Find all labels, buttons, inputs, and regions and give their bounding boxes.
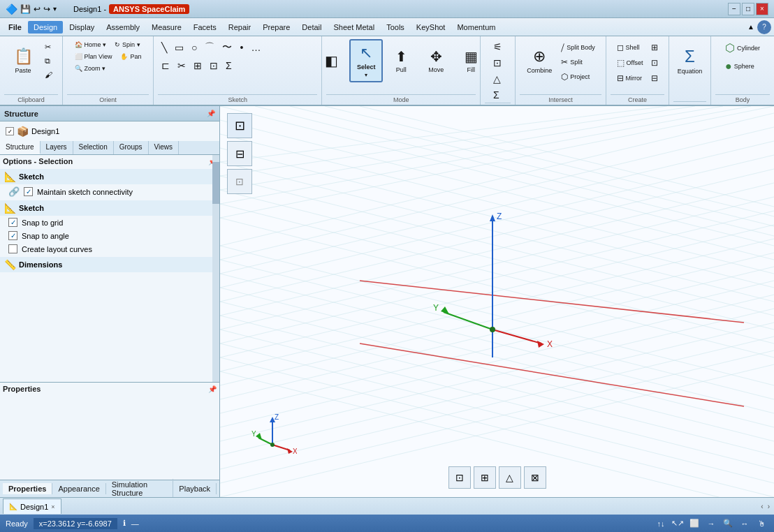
spin-button[interactable]: ↻ Spin ▾ <box>111 39 144 50</box>
view-cube-btn[interactable]: ⊡ <box>227 113 252 138</box>
cylinder-button[interactable]: ⬡ Cylinder <box>722 39 764 57</box>
sketch-group-1-header[interactable]: 📐 Sketch <box>0 169 219 184</box>
sketch-mirror2[interactable]: ⊞ <box>190 58 205 73</box>
menu-momentum[interactable]: Momentum <box>451 21 501 34</box>
cut-button[interactable]: ✂ <box>41 40 56 54</box>
tab-selection[interactable]: Selection <box>73 141 114 154</box>
ribbon-collapse[interactable]: ▲ <box>747 23 754 31</box>
status-icon-arrows[interactable]: ↑↓ <box>654 517 668 531</box>
menu-file[interactable]: File <box>3 21 27 34</box>
view-cube-button[interactable]: ⊡ <box>448 466 471 489</box>
menu-keyshot[interactable]: KeyShot <box>411 21 451 34</box>
sketch-spline[interactable]: 〜 <box>219 39 235 56</box>
status-info-icon[interactable]: ℹ <box>123 519 126 528</box>
equation-button[interactable]: Σ Equation <box>673 39 707 82</box>
scrollbar-thumb[interactable] <box>212 162 219 204</box>
status-icon-mouse[interactable]: 🖱 <box>754 517 768 531</box>
tab-arrow-left[interactable]: ‹ <box>759 501 764 512</box>
mode-icon-button[interactable]: ◧ <box>314 39 348 82</box>
project-button[interactable]: ⬡ Project <box>557 70 599 84</box>
paste-button[interactable]: 📋 Paste <box>6 39 40 82</box>
quick-access-redo[interactable]: ↪ <box>43 4 50 14</box>
menu-tools[interactable]: Tools <box>381 21 410 34</box>
zoom-button[interactable]: 🔍 Zoom ▾ <box>71 63 110 74</box>
maximize-button[interactable]: □ <box>742 3 754 15</box>
menu-measure[interactable]: Measure <box>146 21 187 34</box>
split-body-button[interactable]: ⧸ Split Body <box>557 40 599 54</box>
view-box-button[interactable]: ⊞ <box>474 466 496 489</box>
edit-btn3[interactable]: △ <box>490 71 504 87</box>
panel-tab-playback[interactable]: Playback <box>173 483 217 494</box>
view-btn3[interactable]: ⊡ <box>227 169 252 194</box>
menu-sheet-metal[interactable]: Sheet Metal <box>328 21 380 34</box>
sketch-offset[interactable]: ⊏ <box>158 58 173 73</box>
edit-sigma[interactable]: Σ <box>490 87 503 103</box>
view-tri-button[interactable]: △ <box>499 466 521 489</box>
sketch-more[interactable]: … <box>247 39 264 56</box>
shell-button[interactable]: ◻ Shell <box>613 40 647 54</box>
status-icon-pan[interactable]: ↔ <box>738 517 752 531</box>
select-button[interactable]: ↖ Select ▾ <box>349 39 383 82</box>
left-panel-scrollbar[interactable] <box>212 155 219 382</box>
menu-design[interactable]: Design <box>28 21 63 34</box>
split-button[interactable]: ✂ Split <box>557 55 599 69</box>
sketch-point[interactable]: • <box>236 39 247 56</box>
combine-button[interactable]: ⊕ Combine <box>523 39 556 82</box>
offset-button[interactable]: ⬚ Offset <box>613 56 647 70</box>
sphere-button[interactable]: ● Sphere <box>722 58 758 75</box>
quick-access-undo[interactable]: ↩ <box>34 4 41 14</box>
dimensions-group-header[interactable]: 📏 Dimensions <box>0 257 219 272</box>
pull-button[interactable]: ⬆ Pull <box>384 39 418 82</box>
menu-assembly[interactable]: Assembly <box>101 21 145 34</box>
quick-access-more[interactable]: ▾ <box>53 5 57 13</box>
status-icon-select[interactable]: ⬜ <box>687 517 701 531</box>
snap-grid-checkbox[interactable] <box>8 218 17 227</box>
properties-pin[interactable]: 📌 <box>208 385 217 393</box>
snap-angle-checkbox[interactable] <box>8 231 17 240</box>
home-button[interactable]: 🏠 Home ▾ <box>71 39 110 50</box>
view-grid-button[interactable]: ⊠ <box>524 466 546 489</box>
quick-access-save[interactable]: 💾 <box>20 4 31 14</box>
view-btn2[interactable]: ⊟ <box>227 141 252 166</box>
tree-design1[interactable]: ✓ 📦 Design1 <box>3 124 217 138</box>
sketch-sigma[interactable]: Σ <box>222 58 235 73</box>
minimize-button[interactable]: − <box>728 3 740 15</box>
status-icon-nav[interactable]: → <box>704 517 718 531</box>
sketch-trim[interactable]: ✂ <box>174 58 189 73</box>
tab-structure[interactable]: Structure <box>0 141 41 154</box>
panel-tab-properties[interactable]: Properties <box>3 483 52 494</box>
create-btn5[interactable]: ⊡ <box>648 56 662 70</box>
copy-button[interactable]: ⧉ <box>41 54 56 68</box>
menu-display[interactable]: Display <box>64 21 100 34</box>
sketch-line[interactable]: ╲ <box>158 39 170 56</box>
sketch-arc[interactable]: ⌒ <box>201 39 218 56</box>
move-button[interactable]: ✥ Move <box>419 39 453 82</box>
menu-detail[interactable]: Detail <box>296 21 327 34</box>
sketch-group-2-header[interactable]: 📐 Sketch <box>0 200 219 216</box>
status-icon-cursor[interactable]: ↖↗ <box>671 517 685 531</box>
edit-btn1[interactable]: ⚟ <box>490 39 506 54</box>
panel-tab-simulation[interactable]: Simulation Structure <box>106 479 174 497</box>
tab-groups[interactable]: Groups <box>114 141 149 154</box>
sketch-pattern[interactable]: ⊡ <box>206 58 221 73</box>
design1-tab-close[interactable]: × <box>51 503 54 510</box>
maintain-sketch-checkbox[interactable] <box>24 187 33 196</box>
pan-button[interactable]: ✋ Pan <box>117 51 145 62</box>
create-btn4[interactable]: ⊞ <box>648 40 662 54</box>
panel-tab-appearance[interactable]: Appearance <box>52 483 105 494</box>
help-button[interactable]: ? <box>757 20 771 34</box>
menu-repair[interactable]: Repair <box>223 21 256 34</box>
tab-views[interactable]: Views <box>149 141 180 154</box>
status-icon-zoom[interactable]: 🔍 <box>721 517 735 531</box>
sketch-rect[interactable]: ▭ <box>171 39 187 56</box>
mirror-button[interactable]: ⊟ Mirror <box>613 71 647 85</box>
tab-arrow-right[interactable]: › <box>766 501 771 512</box>
structure-pin[interactable]: 📌 <box>207 110 215 117</box>
menu-facets[interactable]: Facets <box>188 21 222 34</box>
create-btn6[interactable]: ⊟ <box>648 71 662 85</box>
menu-prepare[interactable]: Prepare <box>257 21 295 34</box>
sketch-circle[interactable]: ○ <box>188 39 200 56</box>
plan-view-button[interactable]: ⬜ Plan View <box>71 51 116 62</box>
create-layout-checkbox[interactable] <box>8 244 17 253</box>
format-paint-button[interactable]: 🖌 <box>41 68 56 81</box>
